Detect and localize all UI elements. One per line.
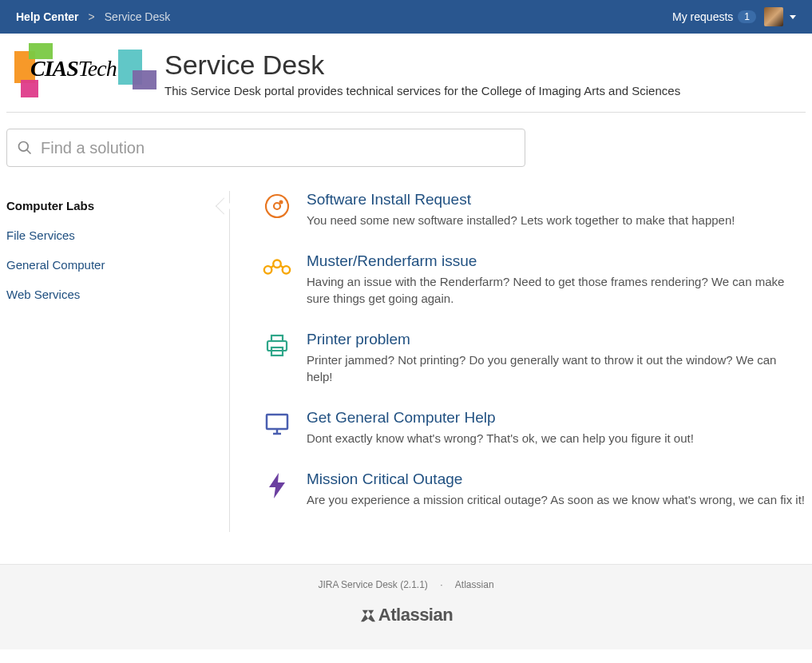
request-title[interactable]: Mission Critical Outage — [307, 470, 805, 488]
cd-icon — [262, 191, 292, 221]
svg-point-5 — [264, 266, 272, 274]
request-description: You need some new software installed? Le… — [307, 212, 735, 228]
breadcrumb: Help Center > Service Desk — [16, 10, 170, 23]
request-title[interactable]: Software Install Request — [307, 191, 735, 208]
atlassian-mark-icon — [359, 609, 377, 623]
request-type-item[interactable]: Get General Computer HelpDont exactly kn… — [262, 409, 806, 447]
request-type-item[interactable]: Printer problemPrinter jammed? Not print… — [262, 331, 806, 385]
request-description: Printer jammed? Not printing? Do you gen… — [307, 351, 806, 385]
breadcrumb-separator: > — [89, 10, 95, 23]
user-menu[interactable] — [764, 7, 796, 26]
search-icon — [17, 140, 33, 156]
request-description: Having an issue with the Renderfarm? Nee… — [307, 273, 806, 307]
svg-point-7 — [283, 266, 291, 274]
svg-rect-13 — [267, 415, 287, 429]
page-subtitle: This Service Desk portal provides techni… — [164, 84, 680, 97]
svg-rect-11 — [271, 335, 283, 341]
portal-logo: CIASTech — [14, 50, 150, 94]
sidebar-item-file-services[interactable]: File Services — [6, 220, 213, 250]
request-type-item[interactable]: Muster/Renderfarm issueHaving an issue w… — [262, 252, 806, 307]
atlassian-logo: Atlassian — [0, 605, 812, 625]
svg-line-9 — [280, 265, 283, 268]
lightning-icon — [262, 470, 292, 501]
page-title: Service Desk — [164, 50, 680, 81]
svg-point-6 — [273, 260, 281, 268]
svg-point-3 — [274, 203, 280, 209]
footer: JIRA Service Desk (2.1.1) · Atlassian At… — [0, 564, 812, 649]
request-count-badge: 1 — [738, 10, 756, 23]
logo-text-bold: CIAS — [30, 56, 78, 81]
search-input[interactable] — [41, 139, 515, 157]
category-sidebar: Computer LabsFile ServicesGeneral Comput… — [6, 191, 230, 532]
request-description: Dont exactly know what's wrong? That's o… — [307, 430, 694, 447]
my-requests-link[interactable]: My requests 1 — [672, 10, 756, 23]
printer-icon — [262, 331, 292, 361]
sidebar-item-computer-labs[interactable]: Computer Labs — [6, 191, 213, 220]
footer-dot: · — [440, 579, 442, 590]
svg-point-4 — [279, 200, 283, 204]
request-type-list: Software Install RequestYou need some ne… — [230, 191, 806, 532]
chevron-down-icon — [790, 15, 796, 19]
svg-line-1 — [27, 150, 31, 154]
svg-point-0 — [19, 142, 29, 152]
footer-product[interactable]: JIRA Service Desk (2.1.1) — [318, 579, 427, 590]
top-bar: Help Center > Service Desk My requests 1 — [0, 0, 812, 34]
avatar-icon — [764, 7, 783, 26]
search-box[interactable] — [6, 129, 525, 167]
logo-text-thin: Tech — [78, 56, 117, 81]
svg-rect-10 — [267, 341, 287, 351]
top-right-controls: My requests 1 — [672, 7, 796, 26]
header-section: CIASTech Service Desk This Service Desk … — [6, 34, 806, 113]
my-requests-label: My requests — [672, 10, 733, 23]
svg-line-8 — [271, 265, 274, 268]
request-type-item[interactable]: Software Install RequestYou need some ne… — [262, 191, 806, 228]
request-description: Are you experience a mission critical ou… — [307, 491, 805, 508]
footer-company-link[interactable]: Atlassian — [455, 579, 494, 590]
monitor-icon — [262, 409, 292, 439]
svg-point-2 — [266, 195, 288, 217]
sidebar-item-web-services[interactable]: Web Services — [6, 280, 213, 309]
request-title[interactable]: Printer problem — [307, 331, 806, 348]
sidebar-item-general-computer[interactable]: General Computer — [6, 250, 213, 280]
request-title[interactable]: Muster/Renderfarm issue — [307, 252, 806, 270]
request-title[interactable]: Get General Computer Help — [307, 409, 694, 427]
gears-icon — [262, 252, 292, 283]
request-type-item[interactable]: Mission Critical OutageAre you experienc… — [262, 470, 806, 508]
breadcrumb-current: Service Desk — [105, 10, 170, 23]
breadcrumb-home-link[interactable]: Help Center — [16, 10, 79, 23]
